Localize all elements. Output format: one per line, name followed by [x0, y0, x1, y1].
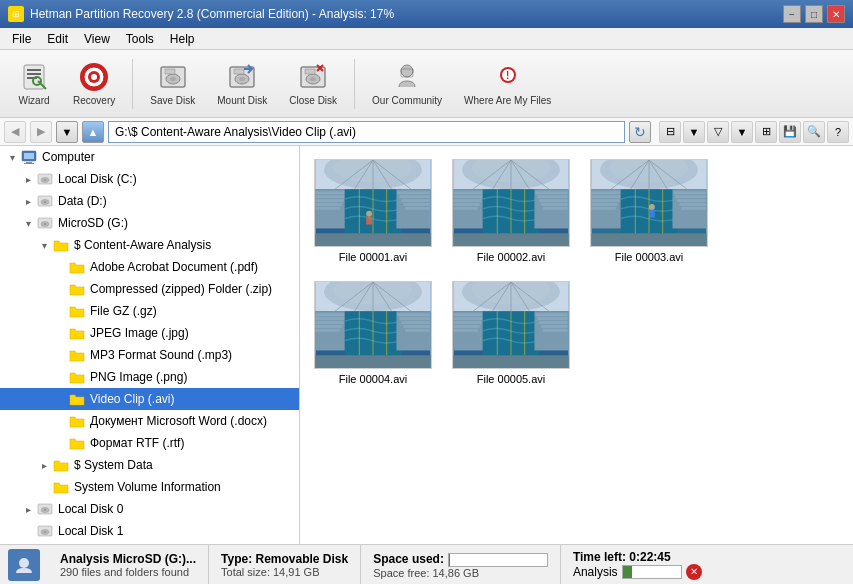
svg-rect-117	[591, 195, 621, 198]
save-btn-addr[interactable]: 💾	[779, 121, 801, 143]
tree-item[interactable]: System Volume Information	[0, 476, 299, 498]
tree-item[interactable]: ▸Local Disk 0	[0, 498, 299, 520]
tree-item-label: Compressed (zipped) Folder (.zip)	[90, 282, 272, 296]
tree-item[interactable]: Local Disk 1	[0, 520, 299, 542]
svg-rect-64	[315, 199, 343, 202]
svg-rect-154	[397, 313, 429, 316]
tree-toggle[interactable]: ▾	[36, 240, 52, 251]
tree-toggle[interactable]: ▾	[4, 152, 20, 163]
file-name: File 00003.avi	[615, 251, 684, 263]
tree-item-label: MP3 Format Sound (.mp3)	[90, 348, 232, 362]
title-bar-controls: − □ ✕	[783, 5, 845, 23]
svg-point-8	[91, 74, 97, 80]
tree-toggle[interactable]: ▸	[20, 504, 36, 515]
tree-item[interactable]: Compressed (zipped) Folder (.zip)	[0, 278, 299, 300]
file-item[interactable]: File 00005.avi	[446, 276, 576, 390]
space-free: Space free: 14,86 GB	[373, 567, 548, 579]
close-button[interactable]: ✕	[827, 5, 845, 23]
file-item[interactable]: File 00002.avi	[446, 154, 576, 268]
back-button[interactable]: ◀	[4, 121, 26, 143]
tree-item[interactable]: PNG Image (.png)	[0, 366, 299, 388]
tree-item-label: Local Disk 0	[58, 502, 123, 516]
tree-item[interactable]: ▾MicroSD (G:)	[0, 212, 299, 234]
where-files-button[interactable]: ! Where Are My Files	[455, 55, 560, 113]
menu-tools[interactable]: Tools	[118, 30, 162, 48]
columns-btn[interactable]: ⊞	[755, 121, 777, 143]
file-thumbnail	[314, 281, 432, 369]
menu-edit[interactable]: Edit	[39, 30, 76, 48]
tree-toggle[interactable]: ▾	[20, 218, 36, 229]
analysis-progress-label: Analysis	[573, 565, 618, 579]
title-bar: ⊞ Hetman Partition Recovery 2.8 (Commerc…	[0, 0, 853, 28]
file-item[interactable]: File 00001.avi	[308, 154, 438, 268]
recovery-button[interactable]: Recovery	[64, 55, 124, 113]
wizard-icon	[18, 61, 50, 93]
svg-rect-183	[541, 325, 567, 328]
svg-rect-91	[453, 195, 483, 198]
tree-item[interactable]: ▸Physical Disks	[0, 542, 299, 544]
address-input[interactable]	[108, 121, 625, 143]
svg-point-41	[44, 223, 47, 225]
filter-btn[interactable]: ▽	[707, 121, 729, 143]
svg-rect-62	[315, 191, 347, 194]
tree-item[interactable]: ▾$ Content-Aware Analysis	[0, 234, 299, 256]
tree-item[interactable]: File GZ (.gz)	[0, 300, 299, 322]
tree-item-icon	[52, 456, 70, 474]
file-item[interactable]: File 00004.avi	[308, 276, 438, 390]
dropdown-button[interactable]: ▼	[56, 121, 78, 143]
file-thumbnail	[314, 159, 432, 247]
status-space: Space used: Space free: 14,86 GB	[361, 545, 561, 584]
svg-rect-126	[673, 191, 705, 194]
tree-item[interactable]: ▸Data (D:)	[0, 190, 299, 212]
go-button[interactable]: ↻	[629, 121, 651, 143]
tree-toggle[interactable]: ▸	[20, 174, 36, 185]
view-toggle-btn[interactable]: ⊟	[659, 121, 681, 143]
search-btn[interactable]: 🔍	[803, 121, 825, 143]
svg-rect-182	[539, 321, 567, 324]
svg-rect-185	[453, 355, 568, 368]
tree-item-icon	[68, 412, 86, 430]
help-btn-addr[interactable]: ?	[827, 121, 849, 143]
content-panel[interactable]: File 00001.avi	[300, 146, 853, 544]
mount-disk-label: Mount Disk	[217, 95, 267, 106]
close-disk-button[interactable]: Close Disk	[280, 55, 346, 113]
save-disk-label: Save Disk	[150, 95, 195, 106]
svg-rect-128	[677, 199, 705, 202]
tree-item[interactable]: Video Clip (.avi)	[0, 388, 299, 410]
tree-item[interactable]: ▾Computer	[0, 146, 299, 168]
svg-rect-180	[535, 313, 567, 316]
menu-file[interactable]: File	[4, 30, 39, 48]
menu-help[interactable]: Help	[162, 30, 203, 48]
wizard-button[interactable]: Wizard	[8, 55, 60, 113]
minimize-button[interactable]: −	[783, 5, 801, 23]
tree-toggle[interactable]: ▸	[20, 196, 36, 207]
tree-item[interactable]: Adobe Acrobat Document (.pdf)	[0, 256, 299, 278]
menu-view[interactable]: View	[76, 30, 118, 48]
svg-rect-93	[453, 203, 479, 206]
tree-item[interactable]: JPEG Image (.jpg)	[0, 322, 299, 344]
svg-point-20	[310, 77, 316, 81]
tree-item[interactable]: ▸$ System Data	[0, 454, 299, 476]
file-thumbnail	[452, 281, 570, 369]
up-button[interactable]: ▲	[82, 121, 104, 143]
our-community-button[interactable]: Our Community	[363, 55, 451, 113]
tree-item[interactable]: Формат RTF (.rtf)	[0, 432, 299, 454]
analysis-label: Analysis MicroSD (G:)...	[60, 552, 196, 566]
file-item[interactable]: File 00003.avi	[584, 154, 714, 268]
filter-menu-btn[interactable]: ▼	[731, 121, 753, 143]
analysis-cancel-btn[interactable]: ✕	[686, 564, 702, 580]
tree-item-label: JPEG Image (.jpg)	[90, 326, 189, 340]
save-disk-button[interactable]: Save Disk	[141, 55, 204, 113]
maximize-button[interactable]: □	[805, 5, 823, 23]
svg-rect-30	[24, 153, 34, 159]
tree-item[interactable]: ▸Local Disk (C:)	[0, 168, 299, 190]
tree-toggle[interactable]: ▸	[36, 460, 52, 471]
svg-rect-170	[453, 313, 485, 316]
view-menu-btn[interactable]: ▼	[683, 121, 705, 143]
forward-button[interactable]: ▶	[30, 121, 52, 143]
tree-item[interactable]: MP3 Format Sound (.mp3)	[0, 344, 299, 366]
mount-disk-button[interactable]: Mount Disk	[208, 55, 276, 113]
svg-rect-173	[453, 325, 479, 328]
svg-rect-131	[591, 233, 706, 246]
tree-item[interactable]: Документ Microsoft Word (.docx)	[0, 410, 299, 432]
